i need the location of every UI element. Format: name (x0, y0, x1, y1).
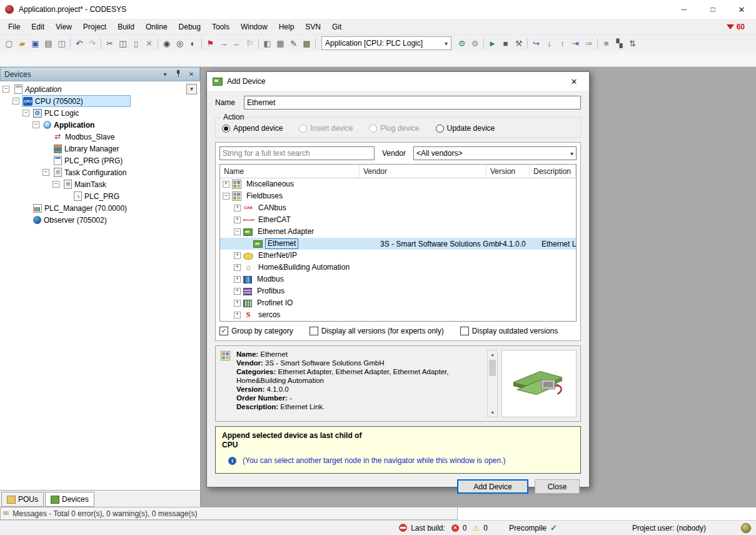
panel-menu-icon[interactable]: ▾ (161, 71, 169, 78)
start-icon[interactable]: ► (486, 37, 499, 50)
expand-icon[interactable]: + (234, 217, 241, 223)
radio-append-device[interactable]: Append device (222, 124, 283, 133)
expand-icon[interactable]: + (234, 300, 241, 307)
tree-node-task-configuration[interactable]: −Task Configuration (0, 166, 200, 178)
column-header-version[interactable]: Version (486, 165, 530, 178)
login-icon[interactable]: ⚙ (455, 37, 468, 50)
device-row-ethernet[interactable]: Ethernet3S - Smart Software Solutions Gm… (220, 238, 576, 250)
tree-node-box[interactable]: MainTask (62, 178, 109, 190)
tree-node-box[interactable]: Library Manager (52, 143, 121, 155)
device-row-sercos[interactable]: +sercos (220, 309, 576, 321)
device-row-profinet-io[interactable]: +Profinet IO (220, 297, 576, 309)
tree-node-box[interactable]: Application (12, 83, 64, 95)
filter-indicator[interactable]: 60 (727, 23, 753, 31)
device-row-profibus[interactable]: +Profibus (220, 285, 576, 297)
dialog-close-icon[interactable]: ✕ (565, 77, 583, 86)
device-row-ethercat[interactable]: +EtherCAT (220, 214, 576, 226)
tree-node-application[interactable]: −Application▾ (0, 83, 200, 95)
new-project-icon[interactable]: ▢ (3, 37, 16, 50)
tree-node-application[interactable]: −Application (0, 119, 200, 131)
stop-icon[interactable]: ■ (499, 37, 512, 50)
tree-node-plc-manager-70-0000[interactable]: PLC_Manager (70.0000) (0, 202, 200, 214)
menu-item-window[interactable]: Window (235, 21, 273, 33)
tab-pous[interactable]: POUs (1, 492, 44, 507)
collapse-icon[interactable]: − (23, 110, 29, 116)
menu-item-svn[interactable]: SVN (300, 21, 326, 33)
column-header-description[interactable]: Description (530, 165, 576, 178)
tab-devices[interactable]: Devices (45, 492, 94, 507)
tree-node-box[interactable]: PLC Logic (32, 107, 81, 119)
paste-special-icon[interactable]: ◧ (261, 37, 274, 50)
replace-icon[interactable]: ◎ (173, 37, 186, 50)
undo-icon[interactable]: ↶ (73, 37, 86, 50)
menu-item-tools[interactable]: Tools (206, 21, 235, 33)
collapse-icon[interactable]: − (3, 86, 9, 93)
panel-close-icon[interactable]: ✕ (187, 71, 196, 78)
tree-node-plc-logic[interactable]: −PLC Logic (0, 107, 200, 119)
insert-grid-icon[interactable]: ▦ (274, 37, 287, 50)
menu-item-online[interactable]: Online (140, 21, 173, 33)
checkbox-group-by-category[interactable]: ✓Group by category (219, 327, 293, 335)
menu-item-help[interactable]: Help (273, 21, 300, 33)
save-icon[interactable]: ▣ (29, 37, 42, 50)
tree-dropdown-button[interactable]: ▾ (186, 84, 197, 94)
collapse-icon[interactable]: − (53, 181, 59, 188)
column-header-vendor[interactable]: Vendor (360, 165, 486, 178)
menu-item-build[interactable]: Build (112, 21, 140, 33)
tree-node-box[interactable]: Task Configuration (52, 166, 129, 178)
vendor-select[interactable]: <All vendors> ▾ (413, 146, 577, 160)
step-over-icon[interactable]: ↪ (530, 37, 543, 50)
expand-icon[interactable]: + (234, 288, 241, 295)
run-to-cursor-icon[interactable]: ⇥ (569, 37, 582, 50)
device-row-home-building-automation[interactable]: +Home&Building Automation (220, 262, 576, 273)
new-object-icon[interactable]: ✎ (287, 37, 300, 50)
checkbox-display-outdated-versions[interactable]: Display outdated versions (460, 327, 558, 335)
expand-icon[interactable]: + (234, 205, 241, 211)
tree-node-box[interactable]: PLC_PRG (PRG) (52, 155, 125, 166)
pin-icon[interactable] (174, 70, 183, 78)
scroll-down-icon[interactable]: ▼ (490, 409, 495, 417)
sort-icon[interactable]: ⇅ (626, 37, 639, 50)
menu-item-git[interactable]: Git (326, 21, 347, 33)
cut-icon[interactable]: ✂ (103, 37, 116, 50)
device-row-miscellaneous[interactable]: +Miscellaneous (220, 178, 576, 190)
menu-item-project[interactable]: Project (78, 21, 112, 33)
device-name-input[interactable] (244, 96, 581, 110)
collapse-icon[interactable]: − (43, 169, 49, 176)
device-row-modbus[interactable]: +Modbus (220, 273, 576, 285)
set-next-statement-icon[interactable]: ⇒ (582, 37, 595, 50)
step-out-icon[interactable]: ↑ (556, 37, 569, 50)
bookmark-toggle-icon[interactable]: ⚑ (204, 37, 217, 50)
checkbox-display-all-versions-for-experts-only[interactable]: Display all versions (for experts only) (310, 327, 444, 335)
expand-icon[interactable]: + (234, 252, 241, 259)
close-icon[interactable]: ✕ (727, 0, 756, 19)
expand-icon[interactable]: + (234, 276, 241, 283)
menu-item-file[interactable]: File (3, 21, 26, 33)
tree-node-box[interactable]: PLC_Manager (70.0000) (32, 202, 129, 214)
search-input[interactable] (219, 146, 375, 160)
expand-icon[interactable]: + (223, 181, 229, 188)
device-row-fieldbuses[interactable]: −Fieldbuses (220, 190, 576, 202)
tree-node-box[interactable]: PLC_PRG (72, 190, 122, 202)
device-row-canbus[interactable]: +CANbus (220, 202, 576, 214)
tree-node-box[interactable]: CPU (705002) (22, 95, 131, 107)
add-device-button[interactable]: Add Device (457, 479, 528, 494)
close-dialog-button[interactable]: Close (535, 479, 580, 494)
scroll-thumb[interactable] (489, 360, 496, 376)
tree-node-observer-705002[interactable]: Observer (705002) (0, 214, 200, 226)
step-into-icon[interactable]: ↓ (543, 37, 556, 50)
bookmark-previous-icon[interactable]: ← (230, 37, 243, 50)
tree-node-library-manager[interactable]: Library Manager (0, 143, 200, 155)
build-icon[interactable]: ▩ (300, 37, 313, 50)
collapse-icon[interactable]: − (223, 193, 229, 200)
pages-icon[interactable]: ◫ (55, 37, 68, 50)
collapse-icon[interactable]: − (234, 228, 241, 235)
details-scrollbar[interactable]: ▲ ▼ (487, 350, 498, 417)
radio-update-device[interactable]: Update device (436, 124, 495, 133)
menu-item-view[interactable]: View (50, 21, 78, 33)
redo-icon[interactable]: ↷ (86, 37, 99, 50)
maximize-icon[interactable]: □ (698, 0, 727, 19)
paste-icon[interactable]: ▯ (129, 37, 143, 50)
tree-node-maintask[interactable]: −MainTask (0, 178, 200, 190)
expand-icon[interactable]: + (234, 312, 241, 318)
